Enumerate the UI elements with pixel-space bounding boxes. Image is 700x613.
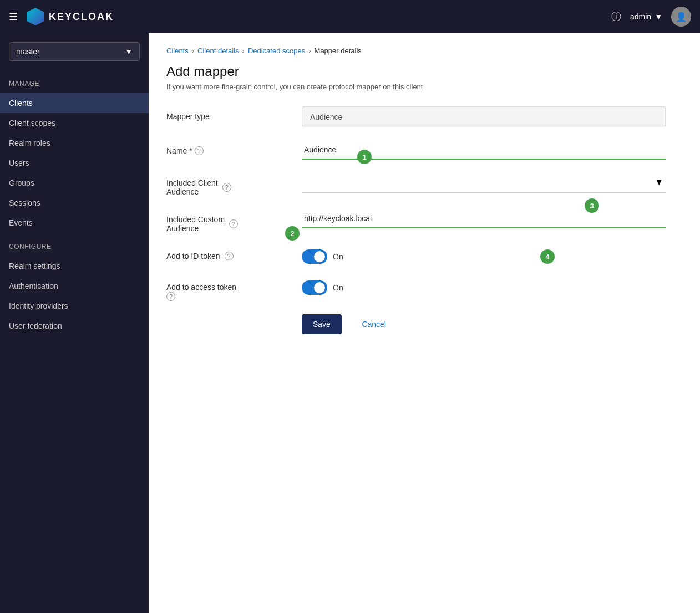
form-row-actions: Save Cancel [166, 314, 666, 334]
name-required: * [189, 146, 192, 155]
form-row-included-custom-audience: Included CustomAudience ? 2 3 [166, 210, 666, 233]
realm-chevron-icon: ▼ [125, 47, 133, 56]
sidebar-section-configure: Configure [0, 233, 149, 256]
add-to-access-token-control: On 4 [302, 277, 666, 295]
form-row-add-to-access-token: Add to access token ? On 4 [166, 277, 666, 301]
sidebar: master ▼ Manage Clients Client scopes Re… [0, 33, 149, 613]
name-control: 1 [302, 141, 666, 160]
form-row-name: Name * ? 1 [166, 141, 666, 160]
navbar-right: ⓘ admin ▼ 👤 [611, 7, 691, 27]
breadcrumb-current: Mapper details [315, 47, 362, 55]
mapper-type-control: Audience [302, 106, 666, 127]
admin-label: admin [630, 12, 651, 21]
add-to-id-token-help-icon[interactable]: ? [225, 252, 234, 260]
mapper-type-value: Audience [302, 106, 666, 127]
help-icon[interactable]: ⓘ [611, 10, 621, 23]
realm-name: master [16, 47, 40, 56]
logo-icon [27, 8, 44, 25]
add-to-id-token-toggle-wrap: On [302, 246, 666, 264]
add-to-id-token-label: Add to ID token ? [166, 246, 288, 260]
actions-control: Save Cancel [302, 314, 666, 334]
annotation-badge-1: 1 [357, 150, 372, 164]
sidebar-item-realm-roles[interactable]: Realm roles [0, 133, 149, 153]
annotation-badge-3: 3 [585, 198, 599, 213]
breadcrumb-sep2: › [242, 47, 245, 55]
navbar: ☰ KEYCLOAK ⓘ admin ▼ 👤 [0, 0, 700, 33]
included-client-audience-chevron-icon: ▼ [655, 177, 663, 187]
main-content: Clients › Client details › Dedicated sco… [149, 33, 700, 613]
mapper-type-label: Mapper type [166, 106, 288, 121]
breadcrumb-sep3: › [308, 47, 311, 55]
sidebar-item-client-scopes[interactable]: Client scopes [0, 113, 149, 133]
admin-chevron-icon: ▼ [655, 12, 662, 21]
add-to-access-token-value: On [333, 283, 343, 292]
breadcrumb-client-details[interactable]: Client details [197, 47, 239, 55]
form-row-included-client-audience: Included ClientAudience ? ▼ [166, 173, 666, 196]
breadcrumb-clients[interactable]: Clients [166, 47, 189, 55]
included-custom-audience-input[interactable] [302, 210, 666, 228]
sidebar-item-users[interactable]: Users [0, 153, 149, 173]
add-to-id-token-control: On [302, 246, 666, 264]
sidebar-item-user-federation[interactable]: User federation [0, 316, 149, 336]
breadcrumb-dedicated-scopes[interactable]: Dedicated scopes [248, 47, 305, 55]
form-row-add-to-id-token: Add to ID token ? On [166, 246, 666, 264]
realm-selector[interactable]: master ▼ [9, 42, 140, 61]
included-client-audience-control: ▼ [302, 173, 666, 193]
sidebar-section-manage: Manage [0, 70, 149, 93]
sidebar-item-sessions[interactable]: Sessions [0, 193, 149, 213]
sidebar-item-events[interactable]: Events [0, 213, 149, 233]
hamburger-icon[interactable]: ☰ [9, 11, 18, 23]
admin-menu[interactable]: admin ▼ [630, 12, 662, 21]
annotation-badge-4: 4 [540, 249, 555, 264]
sidebar-item-identity-providers[interactable]: Identity providers [0, 296, 149, 316]
included-custom-audience-label: Included CustomAudience ? [166, 210, 288, 233]
name-input[interactable] [302, 141, 666, 160]
toggle-slider-id [302, 249, 327, 264]
toggle-slider-access [302, 280, 327, 295]
add-to-access-token-label: Add to access token ? [166, 277, 288, 301]
sidebar-item-clients[interactable]: Clients [0, 93, 149, 113]
add-to-access-token-toggle[interactable] [302, 280, 327, 295]
layout: master ▼ Manage Clients Client scopes Re… [0, 33, 700, 613]
add-to-access-token-toggle-wrap: On [302, 277, 666, 295]
breadcrumb: Clients › Client details › Dedicated sco… [166, 47, 682, 55]
form-section: Mapper type Audience Name * ? 1 [166, 106, 666, 334]
add-to-access-token-help-icon[interactable]: ? [166, 292, 175, 301]
add-to-id-token-value: On [333, 252, 343, 261]
avatar-icon: 👤 [676, 12, 687, 22]
included-custom-audience-control: 2 3 [302, 210, 666, 228]
annotation-badge-2: 2 [285, 226, 300, 241]
actions-label-spacer [166, 314, 288, 320]
logo-text: KEYCLOAK [49, 11, 114, 23]
logo: KEYCLOAK [27, 8, 114, 25]
navbar-left: ☰ KEYCLOAK [9, 8, 114, 25]
sidebar-item-realm-settings[interactable]: Realm settings [0, 256, 149, 276]
add-to-id-token-toggle[interactable] [302, 249, 327, 264]
avatar[interactable]: 👤 [671, 7, 691, 27]
included-client-audience-help-icon[interactable]: ? [222, 183, 231, 192]
name-label: Name * ? [166, 141, 288, 155]
cancel-button[interactable]: Cancel [351, 314, 397, 334]
included-client-audience-select[interactable]: ▼ [302, 173, 666, 193]
form-row-mapper-type: Mapper type Audience [166, 106, 666, 127]
page-title: Add mapper [166, 64, 682, 79]
sidebar-item-groups[interactable]: Groups [0, 173, 149, 193]
name-help-icon[interactable]: ? [195, 146, 204, 155]
sidebar-item-authentication[interactable]: Authentication [0, 276, 149, 296]
breadcrumb-sep1: › [192, 47, 194, 55]
included-client-audience-label: Included ClientAudience ? [166, 173, 288, 196]
save-button[interactable]: Save [302, 314, 342, 334]
page-subtitle: If you want more fine-grain control, you… [166, 83, 682, 91]
included-custom-audience-help-icon[interactable]: ? [229, 219, 238, 228]
